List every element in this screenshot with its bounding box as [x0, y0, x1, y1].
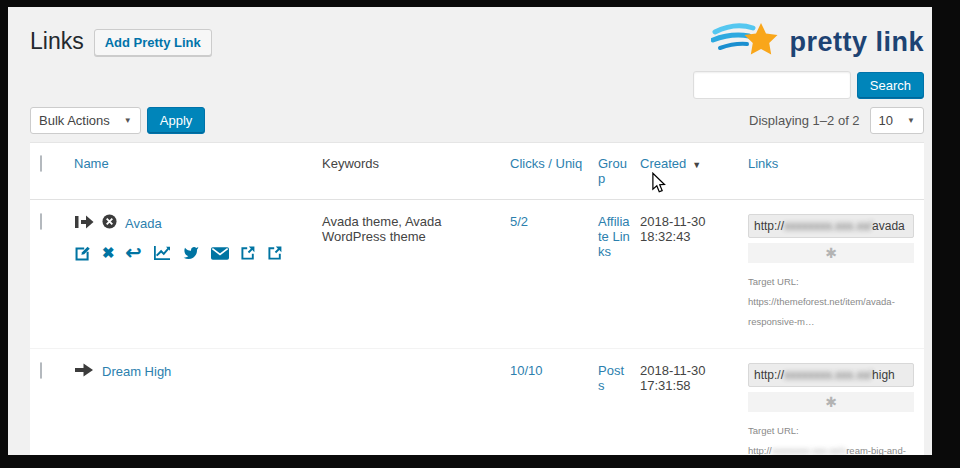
url-redacted: xxxxxxxx.xxx.xx/: [784, 219, 872, 233]
group-link[interactable]: Posts: [598, 363, 624, 393]
links-table: Name Keywords Clicks / Uniq Group Create…: [30, 142, 924, 455]
sort-desc-icon: ▼: [692, 160, 701, 170]
logo-brand-text: pretty link: [789, 27, 924, 58]
url-prefix: http://: [754, 368, 784, 382]
copy-strip: ✱: [748, 392, 914, 412]
chevron-down-icon: ▼: [124, 116, 132, 125]
select-all-checkbox[interactable]: [40, 155, 42, 172]
created-cell: 2018-11-30 17:31:58: [640, 363, 748, 393]
screen-frame: Links Add Pretty Link pretty link Search…: [0, 0, 960, 468]
target-url-label: Target URL:: [748, 425, 799, 436]
sort-header-created[interactable]: Created: [640, 156, 686, 171]
target-url-prefix: http://: [748, 445, 772, 455]
bulk-actions-label: Bulk Actions: [39, 113, 110, 128]
url-suffix: avada: [872, 219, 905, 233]
target-url-text: Target URL: http://xxxxxxxx.xxx.xx/xream…: [748, 421, 923, 455]
target-url-label: Target URL:: [748, 276, 799, 287]
sort-header-links[interactable]: Links: [748, 156, 778, 171]
header-keywords: Keywords: [322, 143, 510, 184]
link-name[interactable]: Dream High: [102, 364, 171, 379]
row-checkbox[interactable]: [40, 362, 42, 379]
email-icon[interactable]: [211, 247, 229, 260]
edit-icon[interactable]: [74, 245, 91, 262]
pretty-url-input[interactable]: http://xxxxxxxx.xxx.xx/avada: [748, 214, 914, 238]
stats-chart-icon[interactable]: [153, 245, 171, 261]
clicks-link[interactable]: 10/10: [510, 363, 543, 378]
search-row: Search: [30, 71, 924, 99]
link-name[interactable]: Avada: [125, 216, 162, 231]
per-page-value: 10: [879, 113, 893, 128]
pretty-link-admin-page: Links Add Pretty Link pretty link Search…: [8, 7, 932, 455]
twitter-icon[interactable]: [182, 245, 200, 261]
table-header-row: Name Keywords Clicks / Uniq Group Create…: [30, 143, 924, 200]
url-redacted: xxxxxxxx.xxx.xx/: [784, 368, 872, 382]
sort-header-group[interactable]: Group: [598, 156, 627, 186]
controls-row: Bulk Actions ▼ Apply Displaying 1–2 of 2…: [30, 107, 924, 134]
open-link-icon[interactable]: [240, 245, 256, 261]
apply-button[interactable]: Apply: [147, 107, 206, 134]
pretty-bar-redirect-icon: [74, 215, 94, 232]
copy-strip: ✱: [748, 243, 914, 263]
reset-icon[interactable]: ↩: [126, 246, 142, 260]
logo-star-icon: [711, 19, 783, 65]
row-actions: ✖ ↩: [74, 244, 312, 262]
sort-header-clicks[interactable]: Clicks / Uniq: [510, 156, 582, 171]
chevron-down-icon: ▼: [907, 116, 915, 125]
displaying-count-top: Displaying 1–2 of 2: [749, 113, 860, 128]
target-url-text: Target URL: https://themeforest.net/item…: [748, 272, 923, 332]
clicks-link[interactable]: 5/2: [510, 214, 528, 229]
add-pretty-link-button[interactable]: Add Pretty Link: [94, 29, 212, 56]
target-url-value: https://themeforest.net/item/avada-respo…: [748, 296, 895, 327]
copy-link-icon[interactable]: ✱: [825, 394, 837, 410]
table-row: Avada ✖ ↩: [30, 200, 924, 349]
search-input[interactable]: [693, 71, 851, 99]
header-bar: Links Add Pretty Link pretty link: [30, 7, 924, 65]
nofollow-icon: [102, 214, 117, 232]
pretty-url-input[interactable]: http://xxxxxxxx.xxx.xx/high: [748, 363, 914, 387]
page-title: Links: [30, 27, 84, 57]
open-target-icon[interactable]: [267, 245, 283, 261]
row-checkbox[interactable]: [40, 213, 42, 230]
table-row: Dream High 10/10 Posts 2018-11-30 17:31:…: [30, 349, 924, 455]
per-page-select-top[interactable]: 10 ▼: [870, 107, 924, 134]
bulk-actions-select[interactable]: Bulk Actions ▼: [30, 107, 141, 134]
sort-header-name[interactable]: Name: [74, 156, 109, 171]
pretty-link-logo: pretty link: [711, 19, 924, 65]
group-link[interactable]: Affiliate Links: [598, 214, 630, 259]
copy-link-icon[interactable]: ✱: [825, 245, 837, 261]
redirect-arrow-icon: [74, 363, 94, 380]
url-suffix: high: [872, 368, 895, 382]
url-prefix: http://: [754, 219, 784, 233]
search-button[interactable]: Search: [857, 72, 924, 99]
delete-icon[interactable]: ✖: [102, 244, 115, 262]
created-cell: 2018-11-30 18:32:43: [640, 214, 748, 244]
target-url-redacted: xxxxxxxx.xxx.xx/x: [772, 445, 846, 455]
keywords-cell: Avada theme, Avada WordPress theme: [322, 214, 510, 244]
